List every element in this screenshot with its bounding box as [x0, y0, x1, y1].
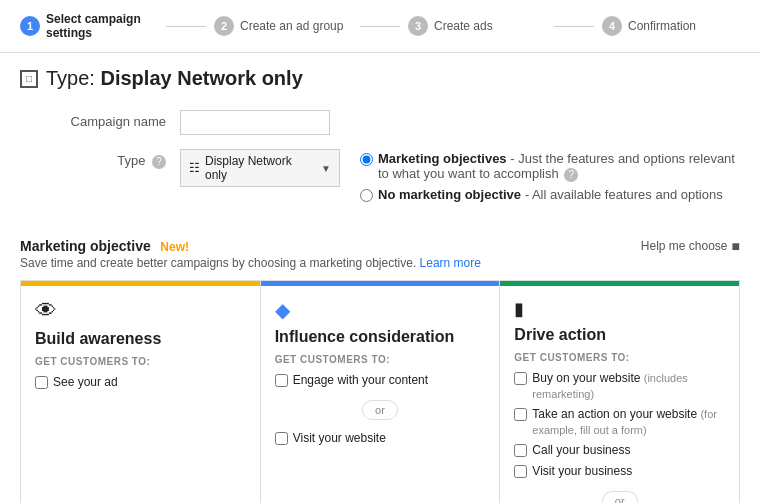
- influence-icon: ◆: [275, 298, 486, 322]
- card-influence-consideration: ◆ Influence consideration GET CUSTOMERS …: [261, 281, 501, 503]
- influence-subtitle: GET CUSTOMERS TO:: [275, 354, 486, 365]
- step-divider-3: [554, 26, 594, 27]
- step-3-label: Create ads: [434, 19, 493, 33]
- step-4-label: Confirmation: [628, 19, 696, 33]
- list-item: Call your business: [514, 443, 725, 459]
- take-action-checkbox[interactable]: [514, 408, 527, 421]
- or-divider-1: or: [362, 400, 398, 420]
- type-row: Type ? ☷ Display Network only ▼ Marketin…: [60, 149, 740, 202]
- radio-no-marketing-item: No marketing objective - All available f…: [360, 187, 740, 202]
- stepper: 1 Select campaign settings 2 Create an a…: [0, 0, 760, 53]
- influence-title: Influence consideration: [275, 328, 486, 346]
- or-divider-2: or: [602, 491, 638, 503]
- drive-action-subtitle: GET CUSTOMERS TO:: [514, 352, 725, 363]
- take-action-label: Take an action on your website (for exam…: [532, 407, 725, 438]
- campaign-name-input[interactable]: [180, 110, 330, 135]
- radio-no-marketing-label: No marketing objective - All available f…: [378, 187, 723, 202]
- type-select-arrow-icon: ▼: [321, 163, 331, 174]
- learn-more-link[interactable]: Learn more: [420, 256, 481, 270]
- display-network-icon: □: [20, 70, 38, 88]
- page-title-section: □ Type: Display Network only: [0, 53, 760, 100]
- radio-no-marketing-input[interactable]: [360, 189, 373, 202]
- visit-business-label: Visit your business: [532, 464, 632, 480]
- page-title: Type: Display Network only: [46, 67, 303, 90]
- card-body-drive: ▮ Drive action GET CUSTOMERS TO: Buy on …: [500, 286, 739, 503]
- type-help-icon[interactable]: ?: [152, 155, 166, 169]
- step-divider-2: [360, 26, 400, 27]
- call-business-checkbox[interactable]: [514, 444, 527, 457]
- cards-container: 👁 Build awareness GET CUSTOMERS TO: See …: [20, 280, 740, 503]
- see-your-ad-checkbox[interactable]: [35, 376, 48, 389]
- help-me-choose-button[interactable]: Help me choose ■: [641, 238, 740, 254]
- form-section: Campaign name Type ? ☷ Display Network o…: [0, 100, 760, 230]
- list-item: See your ad: [35, 375, 246, 391]
- step-1-label: Select campaign settings: [46, 12, 158, 40]
- radio-marketing-label: Marketing objectives - Just the features…: [378, 151, 740, 182]
- awareness-icon: 👁: [35, 298, 246, 324]
- step-2: 2 Create an ad group: [214, 16, 352, 36]
- buy-website-label: Buy on your website (includes remarketin…: [532, 371, 725, 402]
- type-select-grid-icon: ☷: [189, 161, 200, 175]
- list-item: Visit your business: [514, 464, 725, 480]
- marketing-objective-section: Marketing objective New! Help me choose …: [0, 230, 760, 503]
- step-1-circle: 1: [20, 16, 40, 36]
- drive-action-title: Drive action: [514, 326, 725, 344]
- step-2-circle: 2: [214, 16, 234, 36]
- type-label: Type ?: [60, 149, 180, 169]
- step-4: 4 Confirmation: [602, 16, 740, 36]
- engage-content-checkbox[interactable]: [275, 374, 288, 387]
- type-select-text: Display Network only: [205, 154, 316, 182]
- visit-website-label: Visit your website: [293, 431, 386, 447]
- radio-marketing-item: Marketing objectives - Just the features…: [360, 151, 740, 182]
- drive-action-icon: ▮: [514, 298, 725, 320]
- awareness-subtitle: GET CUSTOMERS TO:: [35, 356, 246, 367]
- card-build-awareness: 👁 Build awareness GET CUSTOMERS TO: See …: [21, 281, 261, 503]
- help-me-choose-label: Help me choose: [641, 239, 728, 253]
- step-2-label: Create an ad group: [240, 19, 343, 33]
- buy-website-checkbox[interactable]: [514, 372, 527, 385]
- marketing-new-badge: New!: [160, 240, 189, 254]
- page-title-prefix: Type:: [46, 67, 95, 89]
- marketing-objectives-help-icon[interactable]: ?: [564, 168, 578, 182]
- objective-radio-group: Marketing objectives - Just the features…: [360, 149, 740, 202]
- card-body-awareness: 👁 Build awareness GET CUSTOMERS TO: See …: [21, 286, 260, 403]
- marketing-title-group: Marketing objective New!: [20, 238, 189, 254]
- marketing-objective-title: Marketing objective: [20, 238, 151, 254]
- awareness-title: Build awareness: [35, 330, 246, 348]
- list-item: Take an action on your website (for exam…: [514, 407, 725, 438]
- engage-content-label: Engage with your content: [293, 373, 428, 389]
- visit-business-checkbox[interactable]: [514, 465, 527, 478]
- marketing-header: Marketing objective New! Help me choose …: [20, 238, 740, 254]
- page-title-value: Display Network only: [100, 67, 302, 89]
- awareness-checklist: See your ad: [35, 375, 246, 391]
- call-business-label: Call your business: [532, 443, 630, 459]
- radio-marketing-input[interactable]: [360, 153, 373, 166]
- influence-checklist: Engage with your content or Visit your w…: [275, 373, 486, 446]
- type-label-text: Type: [117, 153, 145, 168]
- list-item: Buy on your website (includes remarketin…: [514, 371, 725, 402]
- step-4-circle: 4: [602, 16, 622, 36]
- help-me-choose-icon: ■: [732, 238, 740, 254]
- step-1: 1 Select campaign settings: [20, 12, 158, 40]
- list-item: Visit your website: [275, 431, 486, 447]
- drive-action-checklist: Buy on your website (includes remarketin…: [514, 371, 725, 503]
- type-select-dropdown[interactable]: ☷ Display Network only ▼: [180, 149, 340, 187]
- card-drive-action: ▮ Drive action GET CUSTOMERS TO: Buy on …: [500, 281, 739, 503]
- card-body-influence: ◆ Influence consideration GET CUSTOMERS …: [261, 286, 500, 458]
- campaign-name-row: Campaign name: [60, 110, 740, 135]
- see-your-ad-label: See your ad: [53, 375, 118, 391]
- campaign-name-label: Campaign name: [60, 110, 180, 129]
- step-divider-1: [166, 26, 206, 27]
- marketing-subtitle-text: Save time and create better campaigns by…: [20, 256, 416, 270]
- marketing-subtitle: Save time and create better campaigns by…: [20, 256, 740, 270]
- step-3-circle: 3: [408, 16, 428, 36]
- step-3: 3 Create ads: [408, 16, 546, 36]
- list-item: Engage with your content: [275, 373, 486, 389]
- visit-website-checkbox[interactable]: [275, 432, 288, 445]
